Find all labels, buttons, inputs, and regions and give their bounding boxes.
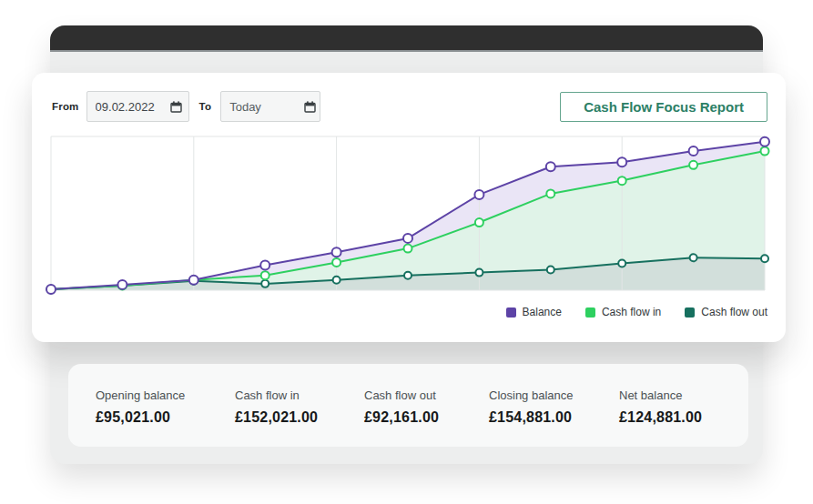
legend-label: Balance [523, 306, 562, 318]
summary-opening-balance: Opening balance £95,021.00 [96, 388, 185, 426]
to-label: To [199, 101, 212, 112]
calendar-icon[interactable] [170, 101, 182, 113]
summary-closing-balance: Closing balance £154,881.00 [489, 388, 574, 426]
page: From To Cash Flow Focus Report [0, 0, 813, 504]
chart-legend: Balance Cash flow in Cash flow out [506, 306, 767, 318]
summary-label: Closing balance [489, 388, 574, 402]
summary-label: Cash flow out [364, 388, 439, 402]
summary-label: Opening balance [96, 388, 185, 402]
from-date-input[interactable] [96, 100, 170, 114]
summary-net-balance: Net balance £124,881.00 [619, 388, 702, 426]
summary-cash-flow-out: Cash flow out £92,161.00 [364, 388, 439, 426]
cash-flow-out-swatch-icon [685, 307, 695, 318]
calendar-icon[interactable] [304, 101, 316, 113]
from-label: From [52, 101, 79, 112]
from-date-field[interactable] [86, 91, 189, 122]
cash-flow-focus-report-button[interactable]: Cash Flow Focus Report [560, 92, 767, 122]
legend-item-cash-flow-in: Cash flow in [585, 306, 661, 318]
summary-value: £152,021.00 [235, 409, 318, 426]
cash-flow-in-swatch-icon [585, 307, 595, 318]
balance-swatch-icon [506, 307, 516, 318]
summary-value: £154,881.00 [489, 409, 574, 426]
summary-value: £95,021.00 [96, 409, 185, 426]
cashflow-chart-svg [46, 135, 774, 295]
summary-label: Net balance [619, 388, 702, 402]
cashflow-card: From To Cash Flow Focus Report [32, 73, 786, 342]
to-date-field[interactable] [220, 91, 320, 122]
legend-item-balance: Balance [506, 306, 562, 318]
summary-value: £124,881.00 [619, 409, 702, 426]
legend-item-cash-flow-out: Cash flow out [685, 306, 767, 318]
summary-cash-flow-in: Cash flow in £152,021.00 [235, 388, 318, 426]
summary-card: Opening balance £95,021.00 Cash flow in … [68, 364, 748, 447]
summary-label: Cash flow in [235, 388, 318, 402]
cashflow-chart [46, 135, 774, 295]
to-date-input[interactable] [229, 100, 304, 114]
summary-value: £92,161.00 [364, 409, 439, 426]
legend-label: Cash flow in [602, 306, 661, 318]
window-titlebar [50, 25, 763, 52]
legend-label: Cash flow out [701, 306, 767, 318]
date-range-controls: From To Cash Flow Focus Report [52, 91, 767, 122]
